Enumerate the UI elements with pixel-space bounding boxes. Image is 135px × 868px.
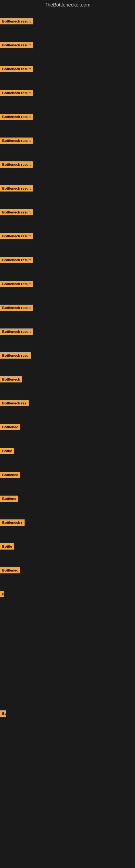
bottleneck-badge-18: Bottlenec [0,424,20,430]
bottleneck-item-8[interactable]: Bottleneck result [0,185,33,193]
bottleneck-badge-13: Bottleneck result [0,305,33,311]
bottleneck-badge-4: Bottleneck result [0,90,33,96]
bottleneck-item-17[interactable]: Bottleneck res [0,400,29,407]
bottleneck-item-9[interactable]: Bottleneck result [0,209,33,216]
bottleneck-item-14[interactable]: Bottleneck result [0,329,33,336]
bottleneck-item-24[interactable]: Bottlenec [0,567,20,575]
bottleneck-badge-11: Bottleneck result [0,257,33,263]
bottleneck-badge-15: Bottleneck resu [0,352,31,359]
bottleneck-item-12[interactable]: Bottleneck result [0,281,33,288]
bottleneck-item-25[interactable]: B [0,591,4,598]
bottleneck-item-4[interactable]: Bottleneck result [0,90,33,97]
bottleneck-item-19[interactable]: Bottle [0,448,14,455]
bottleneck-badge-16: Bottleneck [0,376,22,382]
bottleneck-badge-21: Bottlene [0,496,18,502]
bottleneck-badge-17: Bottleneck res [0,400,29,406]
bottleneck-item-22[interactable]: Bottleneck r [0,520,25,527]
bottleneck-badge-24: Bottlenec [0,567,20,574]
bottleneck-item-5[interactable]: Bottleneck result [0,114,33,121]
bottleneck-item-2[interactable]: Bottleneck result [0,42,33,50]
bottleneck-badge-19: Bottle [0,448,14,454]
bottleneck-badge-1: Bottleneck result [0,18,33,24]
bottleneck-item-16[interactable]: Bottleneck [0,376,22,383]
bottleneck-badge-3: Bottleneck result [0,66,33,72]
bottleneck-badge-5: Bottleneck result [0,114,33,120]
bottleneck-item-3[interactable]: Bottleneck result [0,66,33,73]
bottleneck-badge-23: Bottle [0,543,14,550]
bottleneck-badge-9: Bottleneck result [0,209,33,215]
bottleneck-badge-25: B [0,591,4,597]
bottleneck-item-21[interactable]: Bottlene [0,496,18,503]
bottleneck-item-10[interactable]: Bottleneck result [0,233,33,240]
bottleneck-item-20[interactable]: Bottlenec [0,472,20,479]
bottleneck-item-7[interactable]: Bottleneck result [0,161,33,169]
bottleneck-badge-8: Bottleneck result [0,185,33,191]
bottleneck-badge-6: Bottleneck result [0,137,33,144]
bottleneck-badge-20: Bottlenec [0,472,20,478]
bottleneck-badge-10: Bottleneck result [0,233,33,239]
bottleneck-item-23[interactable]: Bottle [0,543,14,551]
bottleneck-item-6[interactable]: Bottleneck result [0,137,33,145]
bottleneck-badge-2: Bottleneck result [0,42,33,48]
bottleneck-item-13[interactable]: Bottleneck result [0,305,33,312]
site-title: TheBottlenecker.com [0,0,135,10]
bottleneck-item-11[interactable]: Bottleneck result [0,257,33,264]
bottleneck-badge-12: Bottleneck result [0,281,33,287]
bottleneck-item-18[interactable]: Bottlenec [0,424,20,431]
bottleneck-badge-14: Bottleneck result [0,329,33,335]
bottleneck-item-15[interactable]: Bottleneck resu [0,352,31,360]
bottleneck-item-1[interactable]: Bottleneck result [0,18,33,26]
bottleneck-item-26[interactable]: Bo [0,710,6,718]
bottleneck-badge-22: Bottleneck r [0,520,25,526]
bottleneck-badge-7: Bottleneck result [0,161,33,167]
bottleneck-badge-26: Bo [0,710,6,717]
